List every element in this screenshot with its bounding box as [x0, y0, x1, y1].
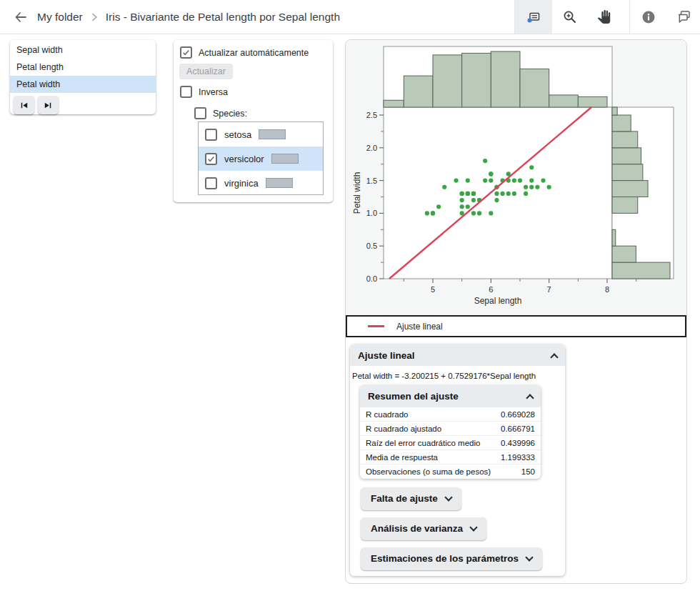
virginica-checkbox[interactable]	[205, 177, 217, 189]
variable-item-petal-length[interactable]: Petal length	[10, 59, 156, 76]
stat-value: 150	[499, 465, 541, 479]
anova-button[interactable]: Análisis de varianza	[361, 517, 486, 540]
chevron-down-icon	[469, 523, 477, 531]
table-row: Raíz del error cuadrático medio 0.439996	[360, 436, 541, 450]
svg-text:7: 7	[547, 285, 551, 294]
back-button[interactable]	[7, 4, 34, 31]
species-filter-label: Species:	[213, 109, 247, 119]
stat-value: 0.666791	[499, 422, 541, 436]
table-row: R cuadrado 0.669028	[360, 407, 541, 422]
controls-panel: Actualizar automáticamente Actualizar In…	[174, 40, 333, 202]
species-listbox: setosa versicolor virginica	[198, 121, 324, 195]
stat-value: 0.439996	[499, 436, 541, 450]
variable-item-petal-width[interactable]: Petal width	[10, 76, 156, 93]
inverse-checkbox[interactable]	[180, 86, 192, 98]
virginica-color-swatch	[266, 178, 293, 188]
fit-summary-header[interactable]: Resumen del ajuste	[360, 385, 541, 407]
zoom-in-icon	[562, 9, 577, 24]
topbar: My folder Iris - Bivariante de Petal len…	[0, 0, 700, 34]
report-body: Ajuste lineal Petal width = -3.200215 + …	[346, 337, 686, 576]
checkmark-icon	[206, 154, 216, 164]
stat-value: 1.199333	[499, 450, 541, 465]
selection-tool-button[interactable]	[515, 0, 552, 34]
bivariate-plot-svg: 56780.00.51.01.52.02.5Sepal lengthPetal …	[346, 40, 686, 315]
bivariate-graph-area[interactable]: 56780.00.51.01.52.02.5Sepal lengthPetal …	[346, 40, 686, 315]
inverse-label: Inversa	[199, 87, 228, 97]
svg-text:2.5: 2.5	[366, 111, 377, 119]
species-row-setosa[interactable]: setosa	[199, 122, 323, 146]
variables-panel: Sepal width Petal length Petal width	[10, 40, 156, 114]
topbar-tools	[514, 0, 700, 34]
versicolor-color-swatch	[271, 154, 299, 164]
species-row-versicolor[interactable]: versicolor	[199, 146, 323, 171]
chevron-down-icon	[444, 493, 452, 501]
setosa-label: setosa	[224, 129, 251, 140]
svg-text:1.5: 1.5	[366, 177, 377, 185]
selection-tool-icon	[526, 9, 541, 25]
chevron-up-icon[interactable]	[550, 353, 558, 361]
breadcrumb-title: Iris - Bivariante de Petal length por Se…	[106, 11, 340, 24]
fit-legend-label[interactable]: Ajuste lineal	[396, 322, 443, 332]
stat-label: R cuadrado	[360, 407, 499, 422]
info-button[interactable]	[630, 0, 667, 34]
table-row: R cuadrado ajustado 0.666791	[360, 422, 541, 436]
zoom-tool-button[interactable]	[552, 0, 586, 34]
svg-text:0.5: 0.5	[366, 242, 377, 250]
fit-summary-panel: Resumen del ajuste R cuadrado 0.669028 R…	[360, 385, 541, 479]
stat-label: R cuadrado ajustado	[360, 422, 499, 436]
setosa-color-swatch	[259, 129, 286, 139]
svg-text:Petal width: Petal width	[352, 172, 362, 214]
variable-item-sepal-width[interactable]: Sepal width	[10, 41, 156, 59]
fit-equation: Petal width = -3.200215 + 0.7529176*Sepa…	[350, 366, 565, 385]
fit-panel-header[interactable]: Ajuste lineal	[350, 344, 565, 366]
chevron-right-icon	[89, 12, 99, 22]
virginica-label: virginica	[224, 178, 259, 189]
setosa-checkbox[interactable]	[205, 129, 217, 141]
last-variable-button[interactable]	[38, 96, 59, 114]
table-row: Media de respuesta 1.199333	[360, 450, 541, 465]
auto-update-checkbox[interactable]	[180, 46, 192, 59]
stat-label: Observaciones (o suma de pesos)	[360, 465, 499, 479]
parameter-estimates-button[interactable]: Estimaciones de los parámetros	[361, 547, 542, 570]
svg-text:5: 5	[431, 285, 435, 294]
variable-nav	[10, 93, 156, 114]
pan-hand-icon	[597, 10, 611, 24]
breadcrumb-folder[interactable]: My folder	[37, 11, 83, 24]
svg-text:6: 6	[489, 285, 493, 294]
svg-text:8: 8	[605, 285, 609, 294]
app-root: My folder Iris - Bivariante de Petal len…	[0, 0, 700, 591]
stat-label: Media de respuesta	[360, 450, 499, 465]
fit-summary-title: Resumen del ajuste	[368, 391, 459, 402]
section-label: Análisis de varianza	[371, 523, 463, 534]
svg-text:0.0: 0.0	[366, 274, 377, 283]
stat-value: 0.669028	[499, 407, 541, 422]
table-row: Observaciones (o suma de pesos) 150	[360, 465, 541, 479]
svg-text:2.0: 2.0	[366, 144, 377, 152]
species-filter-checkbox[interactable]	[194, 107, 206, 119]
svg-text:Sepal length: Sepal length	[474, 296, 522, 306]
chevron-down-icon	[525, 553, 533, 561]
comments-icon	[676, 9, 691, 24]
chevron-up-icon[interactable]	[526, 394, 534, 402]
lack-of-fit-button[interactable]: Falta de ajuste	[361, 487, 461, 510]
first-variable-button[interactable]	[14, 96, 34, 114]
skip-previous-icon	[19, 100, 29, 111]
fit-panel-title: Ajuste lineal	[358, 350, 415, 361]
skip-next-icon	[43, 100, 54, 111]
versicolor-checkbox[interactable]	[205, 153, 217, 165]
species-row-virginica[interactable]: virginica	[199, 171, 323, 195]
bivariate-report-card: 56780.00.51.01.52.02.5Sepal lengthPetal …	[345, 39, 687, 584]
fit-panel: Ajuste lineal Petal width = -3.200215 + …	[350, 344, 565, 576]
breadcrumb: My folder Iris - Bivariante de Petal len…	[37, 11, 340, 24]
pan-tool-button[interactable]	[586, 0, 621, 34]
update-button[interactable]: Actualizar	[179, 64, 233, 79]
fit-line-legend-swatch	[368, 325, 384, 327]
back-arrow-icon	[14, 10, 28, 24]
comments-button[interactable]	[667, 0, 700, 34]
info-icon	[641, 10, 656, 24]
checkmark-icon	[181, 48, 191, 57]
fit-summary-table: R cuadrado 0.669028 R cuadrado ajustado …	[360, 407, 541, 479]
svg-text:1.0: 1.0	[366, 209, 377, 217]
auto-update-label: Actualizar automáticamente	[199, 48, 309, 58]
collapsed-sections: Falta de ajuste Análisis de varianza Est…	[361, 487, 565, 570]
